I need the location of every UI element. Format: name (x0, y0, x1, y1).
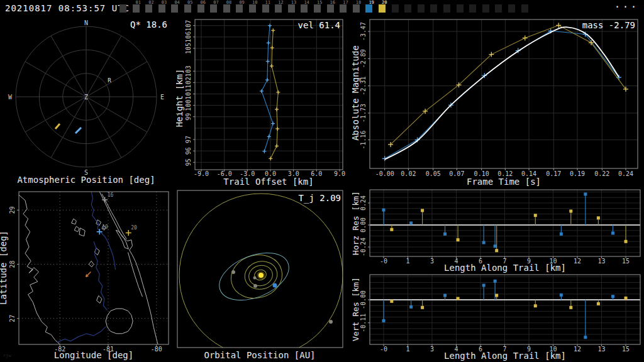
station-label: 19 (102, 224, 108, 230)
frame-thumbnail-image (430, 4, 437, 13)
y-tick-label: 101 (185, 88, 192, 99)
x-tick-label: 0.19 (570, 170, 585, 177)
y-tick-label: -2.31 (360, 77, 367, 96)
residual-marker (611, 295, 614, 298)
planet-jupiter (329, 320, 333, 324)
frame-number-label: 16 (330, 0, 335, 5)
y-tick-label: 102 (185, 77, 192, 88)
frame-thumbnail-19[interactable]: 19 (365, 0, 378, 17)
frame-number-label: 08 (226, 0, 231, 5)
frame-thumbnail-16[interactable]: 16 (327, 0, 340, 17)
frame-number-label: 01 (136, 0, 141, 5)
compass-east-label: E (160, 94, 164, 101)
frame-thumbnail (430, 0, 443, 17)
frame-thumbnail-image (521, 4, 528, 13)
residual-marker (443, 293, 447, 297)
frame-thumbnail-07[interactable]: 07 (210, 0, 223, 17)
frame-number-label: 13 (291, 0, 296, 5)
frame-thumbnail-01[interactable]: 01 (133, 0, 145, 17)
x-tick-label: 0.17 (546, 170, 561, 177)
lake-outline (74, 226, 79, 232)
y-tick-label: -1.73 (360, 104, 367, 123)
residual-marker (482, 283, 486, 287)
zenith-label: Z (84, 94, 88, 101)
frame-thumbnail-18[interactable]: 18 (353, 0, 365, 17)
y-tick-label: -1.16 (360, 130, 367, 149)
frame-thumbnail-09[interactable]: 09 (236, 0, 248, 17)
residuals-plot: -0134679101213150.240.00-0.24-0134679101… (352, 189, 644, 362)
frame-thumbnail-06[interactable]: 06 (197, 0, 210, 17)
frame-thumbnail-image (301, 4, 308, 13)
frame-thumbnail-11[interactable]: 11 (262, 0, 275, 17)
y-tick-label: -2.89 (360, 49, 367, 68)
tisserand-stat: T_j 2.09 (299, 193, 341, 204)
trail-offset-ylabel: Height [km] (176, 69, 184, 128)
frame-thumbnail[interactable] (119, 0, 132, 17)
trail-offset-xlabel: Trail Offset [km] (223, 177, 313, 187)
frame-thumbnail-image (223, 4, 230, 13)
trail-offset-series-blue (262, 26, 273, 151)
frame-thumbnail (469, 0, 482, 17)
orbit-geometry (179, 194, 343, 357)
frame-number-label: 09 (239, 0, 244, 5)
y-tick-label: 28 (9, 260, 16, 268)
frame-thumbnail (508, 0, 521, 17)
frame-number-label: 11 (265, 0, 270, 5)
orbital-title: Orbital Position [AU] (204, 350, 315, 360)
x-tick-label: -9.0 (194, 170, 209, 177)
residual-marker (482, 241, 486, 244)
frame-thumbnail-08[interactable]: 08 (223, 0, 236, 17)
magnitude-ylabel: Absolute Magnitude (352, 45, 360, 141)
frame-thumbnail-05[interactable]: 05 (184, 0, 197, 17)
residual-marker (625, 297, 628, 300)
velocity-stat: vel 61.4 (298, 20, 340, 30)
x-tick-label: 12 (574, 346, 581, 353)
frame-thumbnail-image (184, 4, 191, 13)
frame-thumbnail-image (262, 4, 269, 13)
frame-thumbnail-image (145, 4, 152, 13)
meteor-analysis-app: 20210817 08:53:57 UTC 010203040506070809… (0, 0, 644, 362)
frame-thumbnail (404, 0, 417, 17)
x-tick-label: 0.22 (594, 170, 609, 177)
frame-number-label: 15 (317, 0, 322, 5)
frame-thumbnail-image (404, 4, 411, 13)
radiant-label: R (108, 77, 111, 84)
lake-outline (79, 228, 85, 236)
frame-thumbnail-04[interactable]: 04 (171, 0, 184, 17)
frame-thumbnail-14[interactable]: 14 (301, 0, 313, 17)
ground-map-plot: 161920-82-81-80292827 Latitude [deg] Lon… (0, 189, 176, 362)
river (57, 327, 106, 343)
y-tick-label: 29 (9, 206, 16, 214)
frame-thumbnail-image (469, 4, 476, 13)
residual-marker (569, 209, 572, 212)
residual-marker (534, 304, 537, 307)
frame-thumbnail (418, 0, 430, 17)
trail-offset-plot-layer: -9.0-6.0-3.00.03.06.09.09596979910010110… (185, 19, 345, 177)
frame-thumbnail-12[interactable]: 12 (275, 0, 287, 17)
frame-thumbnail-13[interactable]: 13 (288, 0, 301, 17)
frame-number-label: 05 (187, 0, 192, 5)
light-curve-series-blue (385, 31, 619, 158)
frame-thumbnail-02[interactable]: 02 (145, 0, 158, 17)
residual-marker (625, 240, 628, 243)
q-star-stat: Q* 18.6 (130, 19, 167, 30)
axes-box (195, 19, 343, 170)
overflow-menu-button[interactable]: ··· (614, 1, 639, 13)
frame-thumbnail-03[interactable]: 03 (158, 0, 171, 17)
frame-thumbnail-image (340, 4, 347, 13)
frame-thumbnail-10[interactable]: 10 (249, 0, 262, 17)
planet-venus (253, 284, 257, 288)
ground-track-arrow (86, 272, 91, 277)
frame-thumbnail-17[interactable]: 17 (340, 0, 352, 17)
y-tick-label: 106 (185, 31, 192, 43)
frame-number-label: 03 (162, 0, 167, 5)
residual-marker (382, 209, 386, 212)
residual-marker (382, 319, 386, 322)
frame-thumbnail-20[interactable]: 20 (379, 0, 391, 17)
frame-thumbnail-15[interactable]: 15 (314, 0, 326, 17)
residual-marker (584, 192, 587, 195)
y-tick-label: 103 (185, 65, 192, 77)
frame-thumbnail-image (353, 4, 360, 13)
y-tick-label: 96 (185, 147, 192, 155)
horz-res-ylabel: Horz Res [km] (352, 191, 360, 255)
